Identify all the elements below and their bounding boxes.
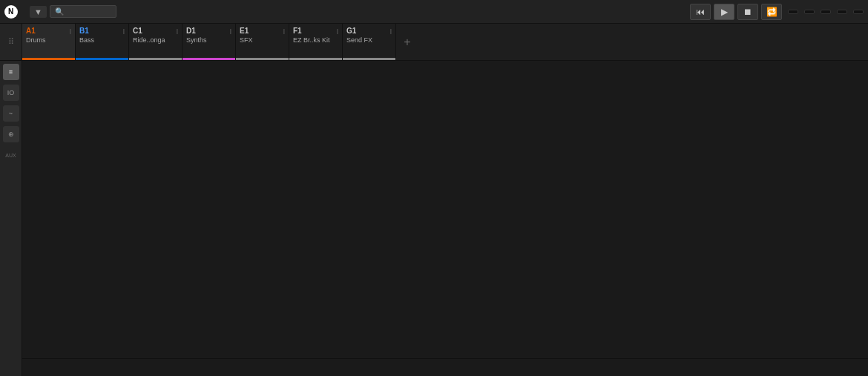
group-id: D1 <box>186 27 196 35</box>
group-name: SFX <box>240 36 285 44</box>
left-sidebar: ≡ IO ~ ⊕ AUX <box>0 61 22 376</box>
sidebar-mixer-icon[interactable]: ≡ <box>3 64 19 80</box>
group-tab-d1[interactable]: D1 | Synths <box>183 24 236 60</box>
stop-button[interactable]: ⏹ <box>737 4 758 20</box>
app-logo: N <box>4 5 21 19</box>
play-button[interactable]: ▶ <box>714 4 734 20</box>
groups-container: A1 | Drums B1 | Bass C1 | Ride..onga D1 … <box>22 24 868 60</box>
dropdown-button[interactable]: ▼ <box>30 6 47 18</box>
group-name: Drums <box>26 36 71 44</box>
group-tab-a1[interactable]: A1 | Drums <box>22 24 76 60</box>
sidebar-aux-label: AUX <box>3 147 19 163</box>
status-bar <box>0 358 868 376</box>
position-stat <box>853 10 864 14</box>
group-name: Ride..onga <box>133 36 178 44</box>
bpm-stat <box>804 10 815 14</box>
sig-stat <box>837 10 847 14</box>
mixer-area <box>22 61 868 358</box>
group-name: Synths <box>186 36 231 44</box>
group-name: EZ Br..ks Kit <box>293 36 338 44</box>
group-name: Send FX <box>346 36 392 44</box>
group-tab-b1[interactable]: B1 | Bass <box>76 24 129 60</box>
group-tab-c1[interactable]: C1 | Ride..onga <box>129 24 183 60</box>
group-tab-e1[interactable]: E1 | SFX <box>236 24 289 60</box>
sidebar-eq-icon[interactable]: ~ <box>3 105 19 122</box>
group-id: G1 <box>346 27 356 35</box>
group-id: B1 <box>79 27 89 35</box>
add-group-button[interactable]: + <box>396 24 418 60</box>
link-stat <box>788 10 798 14</box>
rewind-button[interactable]: ⏮ <box>690 4 711 20</box>
group-side-icon: ⠿ <box>0 24 22 60</box>
group-name: Bass <box>79 36 125 44</box>
group-id: C1 <box>133 27 142 35</box>
loop-button[interactable]: 🔁 <box>761 4 782 20</box>
sidebar-aux-icon[interactable]: ⊕ <box>3 126 19 142</box>
group-bar: ⠿ A1 | Drums B1 | Bass C1 | Ride..onga D… <box>0 24 868 61</box>
sidebar-io-icon[interactable]: IO <box>3 85 19 101</box>
group-id: F1 <box>293 27 302 35</box>
group-tab-f1[interactable]: F1 | EZ Br..ks Kit <box>289 24 343 60</box>
group-id: E1 <box>240 27 249 35</box>
swing-stat <box>821 10 831 14</box>
search-input[interactable] <box>50 5 116 18</box>
group-tab-g1[interactable]: G1 | Send FX <box>343 24 396 60</box>
top-bar: N ▼ ⏮ ▶ ⏹ 🔁 <box>0 0 868 24</box>
group-id: A1 <box>26 27 36 35</box>
